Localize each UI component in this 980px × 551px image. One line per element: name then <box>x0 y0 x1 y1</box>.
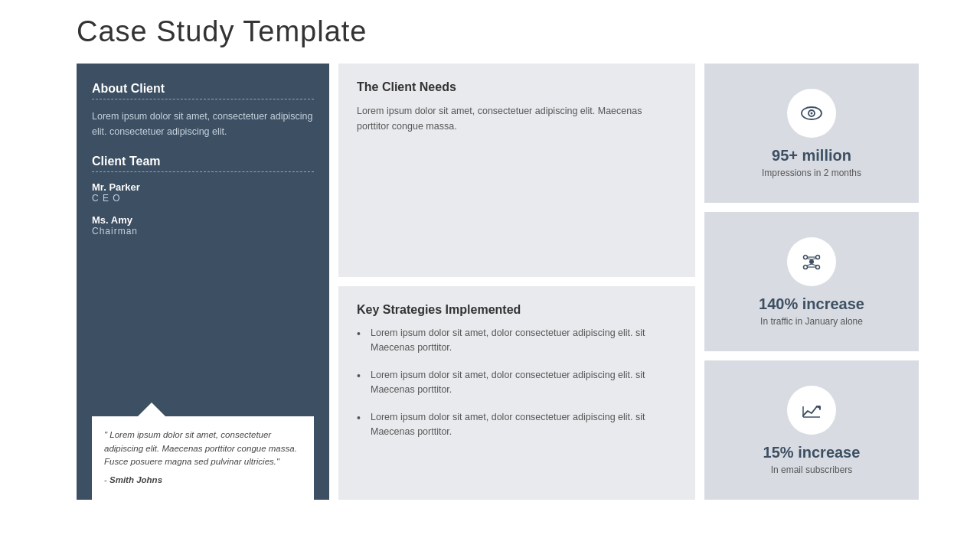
team-member-1-name: Mr. Parker <box>92 181 314 193</box>
stat-label-1: Impressions in 2 months <box>762 168 861 178</box>
team-member-2-name: Ms. Amy <box>92 214 314 226</box>
svg-point-2 <box>811 112 813 114</box>
main-grid: About Client Lorem ipsum dolor sit amet,… <box>77 64 919 500</box>
team-member-1-role: C E O <box>92 193 314 204</box>
team-section: Client Team Mr. Parker C E O Ms. Amy Cha… <box>92 155 314 247</box>
svg-line-10 <box>807 264 812 266</box>
quote-author-name: Smith Johns <box>109 475 162 484</box>
chart-icon <box>800 399 823 422</box>
svg-point-3 <box>809 259 814 264</box>
key-strategies-card: Key Strategies Implemented Lorem ipsum d… <box>338 286 695 500</box>
stat-card-1: 95+ million Impressions in 2 months <box>704 64 919 203</box>
middle-column: The Client Needs Lorem ipsum dolor sit a… <box>338 64 695 500</box>
key-strategies-title: Key Strategies Implemented <box>357 303 677 317</box>
page-title: Case Study Template <box>77 15 919 48</box>
team-member-2-role: Chairman <box>92 226 314 236</box>
svg-line-8 <box>807 258 812 259</box>
strategy-1: Lorem ipsum dolor sit amet, dolor consec… <box>357 326 677 356</box>
strategy-3: Lorem ipsum dolor sit amet, dolor consec… <box>357 410 677 440</box>
svg-point-5 <box>816 255 820 259</box>
about-divider <box>92 99 314 99</box>
eye-icon <box>800 102 823 125</box>
about-text: Lorem ipsum dolor sit amet, consectetuer… <box>92 109 314 139</box>
svg-point-7 <box>816 265 820 269</box>
client-needs-text: Lorem ipsum dolor sit amet, consectetuer… <box>357 103 677 134</box>
network-icon-circle <box>787 237 836 286</box>
svg-point-6 <box>804 265 808 269</box>
team-divider <box>92 171 314 172</box>
svg-line-11 <box>812 264 816 266</box>
network-icon <box>800 250 823 273</box>
svg-line-9 <box>812 258 816 259</box>
team-member-1: Mr. Parker C E O <box>92 181 314 204</box>
client-needs-card: The Client Needs Lorem ipsum dolor sit a… <box>338 64 695 277</box>
quote-bubble: " Lorem ipsum dolor sit amet, consectetu… <box>92 416 314 500</box>
quote-text: " Lorem ipsum dolor sit amet, consectetu… <box>104 429 302 469</box>
client-needs-title: The Client Needs <box>357 80 677 94</box>
quote-attribution: - <box>104 475 109 484</box>
quote-author: - Smith Johns <box>104 474 302 487</box>
stat-card-3: 15% increase In email subscribers <box>704 360 919 500</box>
team-heading: Client Team <box>92 155 314 168</box>
key-strategies-list: Lorem ipsum dolor sit amet, dolor consec… <box>357 326 677 439</box>
stat-number-3: 15% increase <box>763 444 861 461</box>
page-container: Case Study Template About Client Lorem i… <box>0 0 980 551</box>
left-column: About Client Lorem ipsum dolor sit amet,… <box>77 64 329 500</box>
stat-label-2: In traffic in January alone <box>760 316 863 327</box>
stat-number-2: 140% increase <box>759 295 864 313</box>
about-section: About Client Lorem ipsum dolor sit amet,… <box>92 82 314 155</box>
about-heading: About Client <box>92 82 314 96</box>
strategy-2: Lorem ipsum dolor sit amet, dolor consec… <box>357 368 677 398</box>
svg-point-4 <box>804 255 808 259</box>
team-member-2: Ms. Amy Chairman <box>92 214 314 236</box>
stat-card-2: 140% increase In traffic in January alon… <box>704 212 919 351</box>
eye-icon-circle <box>787 89 836 138</box>
right-column: 95+ million Impressions in 2 months <box>704 64 919 500</box>
stat-number-1: 95+ million <box>772 147 851 165</box>
stat-label-3: In email subscribers <box>771 465 853 475</box>
chart-icon-circle <box>787 386 836 435</box>
